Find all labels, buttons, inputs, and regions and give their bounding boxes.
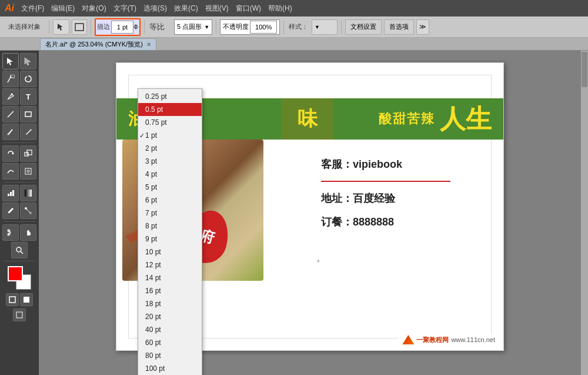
direct-selection-tool[interactable] <box>20 53 36 69</box>
dropdown-item-18pt[interactable]: 18 pt <box>138 297 202 310</box>
stroke-value-input[interactable]: 1 pt <box>111 21 133 34</box>
tool-row-10 <box>2 224 36 241</box>
scissors-tool[interactable] <box>2 224 19 241</box>
brush-tool[interactable] <box>2 124 19 140</box>
overflow-icon: ≫ <box>419 23 426 31</box>
column-graph-tool[interactable] <box>2 185 19 201</box>
menu-file[interactable]: 文件(F) <box>21 4 44 14</box>
eyedropper-tool[interactable] <box>2 203 19 219</box>
free-transform-tool[interactable] <box>20 163 36 180</box>
rotate-tool[interactable] <box>2 145 19 162</box>
dropdown-item-3pt[interactable]: 3 pt <box>138 155 202 168</box>
warp-tool[interactable] <box>2 163 19 180</box>
menu-bar: 文件(F) 编辑(E) 对象(O) 文字(T) 选项(S) 效果(C) 视图(V… <box>21 4 292 14</box>
menu-select[interactable]: 选项(S) <box>143 4 167 14</box>
tool-row-2 <box>2 71 36 87</box>
fullscreen-btn[interactable] <box>13 308 26 321</box>
dropdown-item-9pt[interactable]: 9 pt <box>138 233 202 245</box>
tool-row-8 <box>2 185 36 201</box>
preview-mode-btn[interactable] <box>20 293 33 306</box>
dropdown-item-4pt[interactable]: 4 pt <box>138 168 202 181</box>
line-tool[interactable] <box>2 106 19 122</box>
rect-tool[interactable] <box>20 106 36 122</box>
view-mode-btns <box>6 293 33 306</box>
dropdown-item-5pt[interactable]: 5 pt <box>138 181 202 194</box>
dropdown-item-2pt[interactable]: 2 pt <box>138 142 202 155</box>
select-tool-btn[interactable] <box>53 19 69 35</box>
main-area: T <box>0 51 588 375</box>
tool-separator-2 <box>4 182 35 182</box>
dropdown-item-0.25pt[interactable]: 0.25 pt <box>138 90 202 103</box>
dropdown-item-12pt[interactable]: 12 pt <box>138 258 202 271</box>
dropdown-item-100pt[interactable]: 100 pt <box>138 362 202 375</box>
stroke-dropdown-menu[interactable]: 0.25 pt0.5 pt0.75 pt1 pt2 pt3 pt4 pt5 pt… <box>138 88 202 375</box>
opacity-label: 不透明度 <box>223 22 249 31</box>
title-bar: Ai 文件(F) 编辑(E) 对象(O) 文字(T) 选项(S) 效果(C) 视… <box>0 0 588 16</box>
dot-shape-dropdown-arrow: ▼ <box>204 24 209 30</box>
hand-tool[interactable] <box>20 224 36 241</box>
style-select[interactable]: ▼ <box>312 19 338 35</box>
rect-outline-btn[interactable] <box>72 19 87 35</box>
tab-bar: 名片.ai* @ 253.04% (CMYK/预览) ✕ <box>0 38 588 51</box>
foreground-color-swatch[interactable] <box>8 266 23 281</box>
dropdown-item-0.5pt[interactable]: 0.5 pt <box>138 103 202 116</box>
selection-tool[interactable] <box>2 53 19 69</box>
dropdown-item-60pt[interactable]: 60 pt <box>138 336 202 349</box>
dropdown-item-80pt[interactable]: 80 pt <box>138 349 202 362</box>
pencil-tool[interactable] <box>20 124 36 140</box>
tool-separator-1 <box>4 142 35 143</box>
dropdown-item-10pt[interactable]: 10 pt <box>138 245 202 258</box>
stroke-label: 描边 <box>97 22 110 31</box>
extra-icon-btn[interactable]: ≫ <box>416 19 429 35</box>
menu-view[interactable]: 视图(V) <box>205 4 229 14</box>
info-label-2: 地址： <box>321 191 353 205</box>
document-tab[interactable]: 名片.ai* @ 253.04% (CMYK/预览) ✕ <box>40 38 156 50</box>
dropdown-item-16pt[interactable]: 16 pt <box>138 284 202 297</box>
menu-type[interactable]: 文字(T) <box>113 4 136 14</box>
doc-settings-button[interactable]: 文档设置 <box>345 19 382 35</box>
style-label: 样式： <box>289 22 308 31</box>
dropdown-item-1pt[interactable]: 1 pt <box>138 129 202 142</box>
right-scrollbar-thumb[interactable] <box>582 52 587 87</box>
gradient-tool[interactable] <box>20 185 36 201</box>
pen-tool[interactable] <box>2 88 19 105</box>
dropdown-item-14pt[interactable]: 14 pt <box>138 271 202 284</box>
menu-object[interactable]: 对象(O) <box>82 4 106 14</box>
menu-help[interactable]: 帮助(H) <box>268 4 292 14</box>
svg-rect-13 <box>25 168 31 174</box>
blend-tool[interactable] <box>20 203 36 219</box>
type-tool[interactable]: T <box>20 88 36 105</box>
opacity-value[interactable]: 100% <box>250 21 277 34</box>
scale-tool[interactable] <box>20 145 36 162</box>
zoom-tool[interactable] <box>11 242 28 258</box>
toolbar-divider-1 <box>49 20 49 34</box>
tool-row-4 <box>2 106 36 122</box>
dropdown-item-0.75pt[interactable]: 0.75 pt <box>138 116 202 129</box>
menu-window[interactable]: 窗口(W) <box>236 4 261 14</box>
tab-close-btn[interactable]: ✕ <box>146 41 151 48</box>
info-separator <box>321 181 450 182</box>
dropdown-item-8pt[interactable]: 8 pt <box>138 220 202 233</box>
dot-shape-select[interactable]: 5 点圆形 ▼ <box>174 19 212 35</box>
svg-point-14 <box>27 170 29 172</box>
menu-effect[interactable]: 效果(C) <box>174 4 198 14</box>
svg-rect-18 <box>25 190 32 197</box>
dropdown-item-40pt[interactable]: 40 pt <box>138 323 202 336</box>
right-scrollbar[interactable] <box>581 51 588 375</box>
magic-wand-tool[interactable] <box>2 71 19 87</box>
dropdown-item-20pt[interactable]: 20 pt <box>138 310 202 323</box>
lasso-tool[interactable] <box>20 71 36 87</box>
svg-point-6 <box>11 94 13 95</box>
svg-rect-15 <box>8 194 9 196</box>
menu-edit[interactable]: 编辑(E) <box>51 4 75 14</box>
color-swatch-area <box>8 266 31 290</box>
dropdown-item-6pt[interactable]: 6 pt <box>138 194 202 207</box>
watermark-logo <box>402 335 414 344</box>
normal-mode-btn[interactable] <box>6 293 19 306</box>
style-dropdown-arrow: ▼ <box>315 24 320 30</box>
dropdown-item-7pt[interactable]: 7 pt <box>138 207 202 220</box>
info-value-3: 8888888 <box>353 216 394 228</box>
prefs-button[interactable]: 首选项 <box>384 19 414 35</box>
stroke-spinner[interactable] <box>133 24 138 29</box>
info-label-1: 客服： <box>321 157 353 171</box>
